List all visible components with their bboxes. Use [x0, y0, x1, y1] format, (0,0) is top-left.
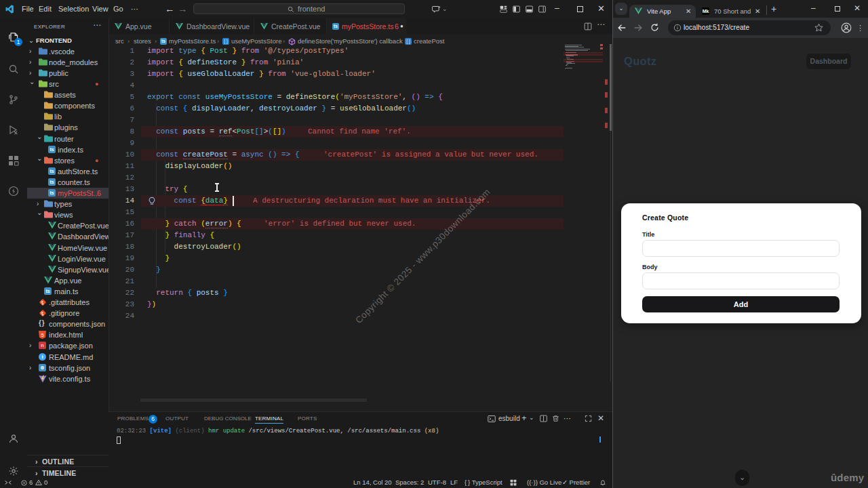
svg-text:5: 5 — [41, 332, 43, 338]
